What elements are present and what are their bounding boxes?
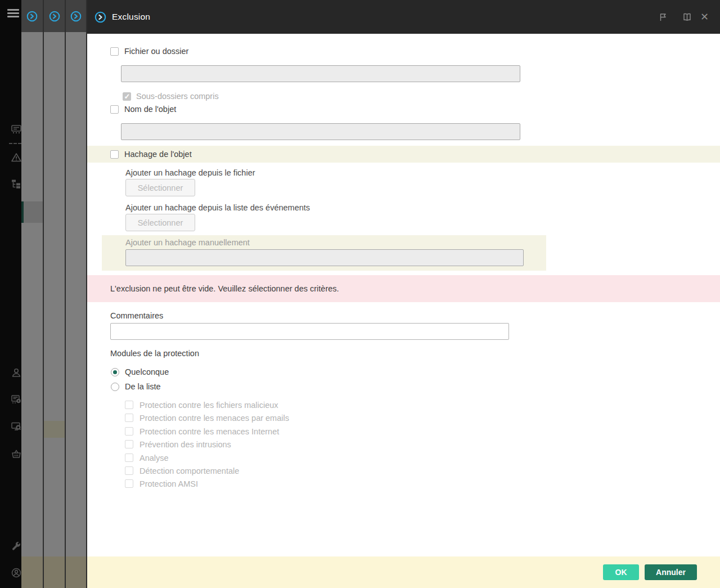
stacked-panel-1-header[interactable] <box>21 0 43 32</box>
module-label: Protection AMSI <box>140 479 198 488</box>
manual-hash-label: Ajouter un hachage manuellement <box>125 238 250 247</box>
hash-from-file-label: Ajouter un hachage depuis le fichier <box>125 168 255 177</box>
warning-triangle-icon[interactable] <box>11 152 21 163</box>
from-list-radio[interactable] <box>111 383 119 391</box>
stacked-panel-3-header[interactable] <box>66 0 86 32</box>
object-name-checkbox[interactable] <box>110 105 119 114</box>
hierarchy-tree-icon[interactable] <box>11 179 21 189</box>
account-icon[interactable] <box>11 568 21 578</box>
page-title: Exclusion <box>112 12 150 22</box>
dialog-body: Fichier ou dossier Sous-dossiers compris… <box>87 34 720 556</box>
dimmed-selected-item <box>21 201 43 223</box>
module-checkbox <box>125 401 133 409</box>
stacked-panel-1[interactable] <box>21 0 44 588</box>
close-icon[interactable]: ✕ <box>700 0 709 34</box>
dimmed-footer <box>66 556 86 588</box>
circle-chevron-icon <box>94 11 106 23</box>
protection-modules-label: Modules de la protection <box>110 349 199 358</box>
module-label: Analyse <box>140 454 169 463</box>
subfolders-label: Sous-dossiers compris <box>136 92 219 101</box>
dimmed-footer <box>44 556 65 588</box>
any-module-radio[interactable] <box>111 368 119 376</box>
hash-from-events-label: Ajouter un hachage depuis la liste des é… <box>125 203 310 212</box>
file-folder-input <box>121 65 520 82</box>
file-folder-checkbox[interactable] <box>110 47 119 56</box>
stacked-panel-3[interactable] <box>66 0 87 588</box>
module-label: Protection contre les menaces Internet <box>140 427 279 436</box>
stacked-panel-2[interactable] <box>44 0 66 588</box>
stacked-panel-2-header[interactable] <box>44 0 65 32</box>
select-file-button: Sélectionner <box>125 179 195 196</box>
marketplace-basket-icon[interactable] <box>11 449 21 459</box>
exclusion-dialog: Exclusion ✕ Fichier ou dossier Sous-doss… <box>87 0 720 588</box>
circle-chevron-icon <box>70 11 82 22</box>
task-settings-icon[interactable] <box>11 394 21 405</box>
ok-button[interactable]: OK <box>603 564 639 580</box>
module-checkbox <box>125 466 133 475</box>
comments-label: Commentaires <box>110 311 163 320</box>
module-checkbox <box>125 427 133 436</box>
object-hash-label: Hachage de l'objet <box>124 150 192 159</box>
circle-chevron-icon <box>49 11 60 22</box>
subfolders-checkbox <box>123 92 131 101</box>
validation-error-banner: L'exclusion ne peut être vide. Veuillez … <box>87 275 720 302</box>
devices-icon[interactable] <box>11 124 21 134</box>
module-checkbox <box>125 454 133 462</box>
circle-chevron-icon <box>26 11 38 22</box>
manual-hash-input <box>125 249 524 266</box>
any-module-label: Quelconque <box>125 367 169 376</box>
module-checkbox <box>125 440 133 448</box>
settings-wrench-icon[interactable] <box>11 541 21 551</box>
dialog-header: Exclusion ✕ <box>87 0 720 34</box>
menu-icon[interactable] <box>7 9 19 18</box>
module-checkbox <box>125 479 133 488</box>
device-discovery-icon[interactable] <box>11 421 21 432</box>
module-label: Protection contre les fichiers malicieux <box>140 401 278 410</box>
validation-error-text: L'exclusion ne peut être vide. Veuillez … <box>110 284 339 293</box>
book-icon[interactable] <box>682 0 692 34</box>
module-label: Protection contre les menaces par emails <box>140 414 289 423</box>
select-events-button: Sélectionner <box>125 214 195 231</box>
cancel-button[interactable]: Annuler <box>645 564 697 580</box>
from-list-label: De la liste <box>125 382 161 391</box>
object-name-input <box>121 123 520 140</box>
dimmed-footer <box>21 556 43 588</box>
left-nav-sidebar <box>0 0 21 588</box>
dialog-footer: OK Annuler <box>87 556 720 588</box>
flag-icon[interactable] <box>659 0 668 34</box>
user-icon[interactable] <box>11 367 21 378</box>
module-label: Prévention des intrusions <box>140 440 231 449</box>
object-name-label: Nom de l'objet <box>124 105 176 114</box>
file-folder-label: Fichier ou dossier <box>124 47 188 56</box>
comments-input[interactable] <box>110 323 509 340</box>
object-hash-checkbox[interactable] <box>110 150 119 159</box>
module-label: Détection comportementale <box>140 466 239 475</box>
dimmed-highlight-row <box>44 421 65 438</box>
module-checkbox <box>125 414 133 422</box>
nav-separator <box>9 143 21 144</box>
